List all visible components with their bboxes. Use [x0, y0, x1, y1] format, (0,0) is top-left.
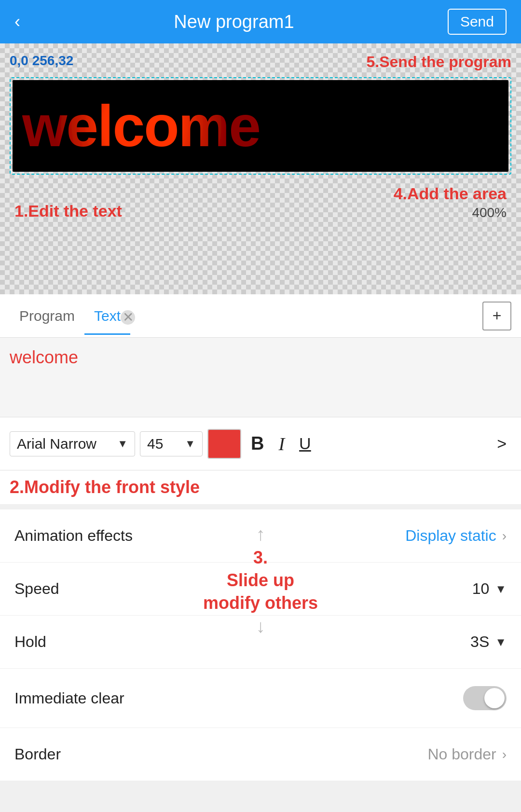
add-area-instruction: 4.Add the area: [394, 184, 507, 203]
led-text-preview: welcome: [22, 93, 260, 159]
border-value: No border: [427, 745, 496, 763]
speed-value-wrapper: 10 ▼: [472, 580, 507, 598]
size-selector[interactable]: 45 ▼: [140, 431, 203, 456]
text-input[interactable]: [10, 347, 511, 405]
tabs-container: Program Text ✕ +: [0, 294, 521, 338]
text-input-area: [0, 338, 521, 417]
animation-effects-label: Animation effects: [14, 527, 133, 545]
zoom-label: 400%: [472, 205, 507, 220]
hold-label: Hold: [14, 633, 46, 651]
immediate-clear-label: Immediate clear: [14, 689, 124, 707]
animation-effects-value: Display static ›: [405, 527, 507, 545]
animation-effects-text: Display static: [405, 527, 496, 545]
send-button[interactable]: Send: [448, 9, 507, 35]
back-button[interactable]: ‹: [14, 12, 20, 32]
modify-instruction: 2.Modify the front style: [10, 477, 200, 497]
page-title: New program1: [174, 12, 294, 32]
instructions-row: 1.Edit the text 4.Add the area 400%: [10, 184, 511, 220]
toggle-knob: [484, 688, 505, 708]
size-selector-arrow-icon: ▼: [185, 438, 195, 450]
app-header: ‹ New program1 Send: [0, 0, 521, 43]
send-instruction: 5.Send the program: [367, 53, 512, 71]
tab-text-wrapper: Text ✕: [84, 308, 130, 324]
font-selector-label: Arial Narrow: [17, 436, 112, 452]
color-button[interactable]: [207, 429, 241, 459]
border-value-wrapper: No border ›: [427, 745, 507, 763]
border-chevron-icon: ›: [502, 747, 507, 762]
hold-row[interactable]: Hold 3S ▼: [0, 616, 521, 669]
font-selector[interactable]: Arial Narrow ▼: [10, 431, 135, 456]
size-selector-label: 45: [147, 436, 180, 452]
speed-value: 10: [472, 580, 490, 598]
animation-effects-row[interactable]: Animation effects Display static ›: [0, 509, 521, 563]
settings-section: Animation effects Display static › ↑ 3. …: [0, 509, 521, 781]
led-display: welcome: [13, 80, 508, 172]
font-toolbar-section: Arial Narrow ▼ 45 ▼ B I U > 2.Modify the…: [0, 417, 521, 505]
italic-button[interactable]: I: [274, 433, 289, 454]
canvas-area: 0,0 256,32 5.Send the program welcome 1.…: [0, 43, 521, 294]
speed-section: ↑ 3. Slide up modify others ↓ Speed 10 ▼: [0, 563, 521, 616]
edit-instruction: 1.Edit the text: [14, 202, 122, 220]
modify-instruction-area: 2.Modify the front style: [0, 470, 521, 505]
more-button[interactable]: >: [492, 434, 511, 453]
font-toolbar: Arial Narrow ▼ 45 ▼ B I U >: [0, 417, 521, 470]
tab-program[interactable]: Program: [10, 298, 84, 334]
underline-button[interactable]: U: [294, 434, 316, 453]
bold-button[interactable]: B: [246, 433, 269, 454]
animation-chevron-icon: ›: [502, 528, 507, 544]
border-label: Border: [14, 745, 61, 763]
border-row[interactable]: Border No border ›: [0, 728, 521, 781]
canvas-coords: 0,0 256,32: [10, 53, 73, 69]
tab-add-button[interactable]: +: [482, 302, 511, 330]
font-selector-arrow-icon: ▼: [117, 438, 128, 450]
hold-value-wrapper: 3S ▼: [470, 633, 507, 651]
immediate-clear-row: Immediate clear: [0, 669, 521, 728]
hold-value: 3S: [470, 633, 489, 651]
speed-label: Speed: [14, 580, 59, 598]
speed-dropdown-icon[interactable]: ▼: [495, 582, 507, 596]
speed-row[interactable]: Speed 10 ▼: [0, 563, 521, 616]
immediate-clear-toggle[interactable]: [463, 686, 507, 710]
tab-close-button[interactable]: ✕: [121, 310, 135, 325]
hold-dropdown-icon[interactable]: ▼: [495, 635, 507, 649]
led-display-wrapper[interactable]: welcome: [10, 77, 511, 175]
